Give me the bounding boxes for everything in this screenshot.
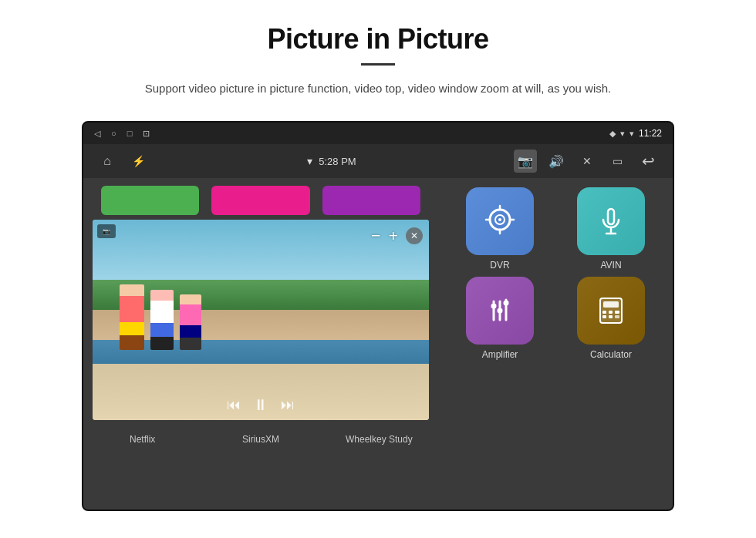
recents-icon[interactable]: □ [127, 129, 133, 138]
netflix-label: Netflix [83, 434, 201, 445]
menu-icon[interactable]: ⊡ [143, 129, 150, 139]
toolbar-right: 📷 🔊 ✕ ▭ ↩ [514, 150, 660, 173]
status-bar-left: ◁ ○ □ ⊡ [94, 129, 150, 139]
svg-point-2 [498, 218, 501, 221]
main-content: 📷 − + ✕ ⏮ ⏸ ⏭ [83, 178, 673, 509]
wifi-status-icon: ▾ [307, 155, 312, 167]
title-divider [361, 63, 395, 66]
dvr-icon[interactable] [466, 187, 534, 255]
svg-rect-23 [615, 311, 619, 314]
pip-minus-button[interactable]: − [371, 226, 381, 246]
pip-camera-indicator: 📷 [97, 224, 116, 238]
avin-app-cell: AVIN [559, 187, 663, 271]
usb-button[interactable]: ⚡ [127, 150, 150, 173]
dvr-app-cell: DVR [447, 187, 552, 271]
wheelkey-button[interactable] [322, 186, 420, 215]
page-header: Picture in Picture Support video picture… [0, 0, 756, 106]
amplifier-label: Amplifier [482, 349, 518, 360]
svg-rect-26 [615, 315, 619, 318]
camera-button[interactable]: 📷 [514, 150, 537, 173]
calculator-icon[interactable] [577, 277, 645, 345]
svg-rect-25 [609, 315, 613, 318]
status-bar: ◁ ○ □ ⊡ ◆ ▾ ▾ 11:22 [83, 123, 673, 144]
page-subtitle: Support video picture in picture functio… [108, 79, 648, 98]
svg-rect-22 [609, 311, 613, 314]
skip-forward-button[interactable]: ⏭ [281, 397, 295, 413]
avin-svg [592, 203, 629, 240]
back-app-button[interactable]: ↩ [637, 150, 660, 173]
page-title: Picture in Picture [46, 23, 710, 55]
left-section: 📷 − + ✕ ⏮ ⏸ ⏭ [83, 178, 438, 509]
pip-plus-button[interactable]: + [388, 226, 398, 246]
app-toolbar: ⌂ ⚡ ▾ 5:28 PM 📷 🔊 ✕ ▭ ↩ [83, 144, 673, 178]
toolbar-left: ⌂ ⚡ [96, 150, 150, 173]
calculator-label: Calculator [590, 349, 632, 360]
skip-back-button[interactable]: ⏮ [227, 397, 241, 413]
siriusxm-button[interactable] [211, 186, 309, 215]
amplifier-icon[interactable] [466, 277, 534, 345]
wifi-icon: ▾ [620, 129, 625, 139]
page-wrapper: Picture in Picture Support video picture… [0, 0, 756, 511]
svg-point-11 [491, 304, 497, 309]
bottom-labels: Netflix SiriusXM Wheelkey Study [83, 428, 438, 448]
figure-3 [180, 294, 201, 350]
signal-icon: ▾ [629, 129, 634, 139]
close-button[interactable]: ✕ [575, 150, 599, 173]
playback-controls: ⏮ ⏸ ⏭ [227, 396, 295, 414]
amplifier-svg [481, 292, 518, 329]
avin-label: AVIN [600, 260, 621, 271]
calculator-svg [592, 292, 629, 329]
volume-button[interactable]: 🔊 [545, 150, 568, 173]
siriusxm-label: SiriusXM [201, 434, 319, 445]
right-section: DVR AVIN [438, 178, 673, 509]
calculator-app-cell: Calculator [559, 277, 663, 360]
window-button[interactable]: ▭ [606, 150, 629, 173]
avin-icon[interactable] [577, 187, 645, 255]
wheelkey-label: Wheelkey Study [320, 434, 438, 445]
home-circle-icon[interactable]: ○ [111, 129, 116, 138]
play-pause-button[interactable]: ⏸ [253, 396, 268, 414]
back-icon[interactable]: ◁ [94, 129, 100, 139]
figure-2 [150, 290, 174, 350]
figure-1 [120, 284, 144, 350]
top-buttons-row [83, 178, 438, 215]
device-frame: ◁ ○ □ ⊡ ◆ ▾ ▾ 11:22 ⌂ ⚡ ▾ 5:28 PM [82, 121, 674, 511]
dvr-label: DVR [490, 260, 509, 271]
netflix-button[interactable] [101, 186, 199, 215]
svg-point-14 [498, 308, 503, 314]
video-figures [120, 284, 201, 350]
svg-rect-7 [608, 209, 614, 224]
pip-controls: − + ✕ [371, 226, 423, 246]
toolbar-center: ▾ 5:28 PM [307, 155, 356, 167]
location-icon: ◆ [609, 129, 616, 139]
status-time: 11:22 [639, 128, 662, 139]
status-bar-right: ◆ ▾ ▾ 11:22 [609, 128, 662, 139]
svg-rect-24 [602, 315, 606, 318]
pip-close-button[interactable]: ✕ [406, 227, 423, 244]
svg-rect-20 [603, 301, 619, 308]
video-content [93, 220, 429, 420]
dvr-svg [481, 203, 518, 240]
home-button[interactable]: ⌂ [96, 150, 119, 173]
pip-container: 📷 − + ✕ ⏮ ⏸ ⏭ [93, 220, 429, 420]
amplifier-app-cell: Amplifier [447, 277, 552, 360]
camera-small-icon: 📷 [103, 228, 110, 235]
app-area: 📷 − + ✕ ⏮ ⏸ ⏭ [83, 178, 673, 509]
svg-rect-21 [602, 311, 606, 314]
toolbar-time: 5:28 PM [319, 156, 356, 167]
